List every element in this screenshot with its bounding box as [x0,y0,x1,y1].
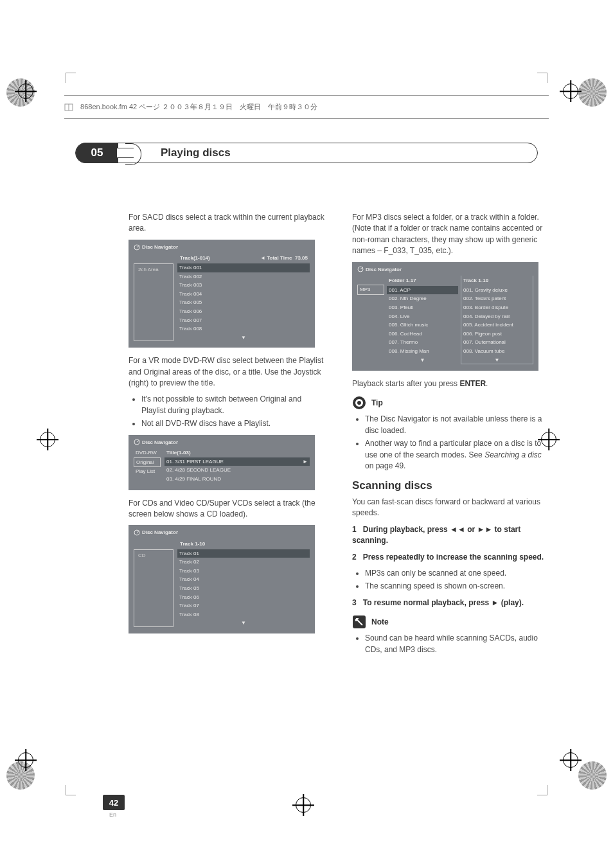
nav-track-col: Track 1-10 001. Gravity deluxe 002. Tesl… [461,276,533,364]
bullet-list: The Disc Navigator is not available unle… [352,414,549,472]
step: 2 Press repeatedly to increase the scann… [352,552,549,563]
chapter-title: Playing discs [161,146,231,159]
chapter-connector [117,148,134,158]
corner-crop [537,73,547,83]
nav-item: 004. Delayed by rain [461,312,533,321]
nav-item: 005. Accident incident [461,321,533,330]
nav-side-item: DVD-RW [134,448,161,457]
chapter-header: 05 Playing discs [75,143,538,163]
tip-heading: Tip [352,396,549,410]
nav-header: Title(1-03) [164,448,310,457]
nav-item: Track 06 [177,593,310,602]
nav-track-list: Track 01 Track 02 Track 03 Track 04 Trac… [177,549,310,627]
nav-item: 008. Missing Man [387,347,458,356]
nav-title: Disc Navigator [134,529,310,536]
nav-icon [134,244,140,251]
registration-mark [296,797,328,829]
nav-icon [134,529,140,536]
corner-crop [537,785,547,795]
halftone-circle [578,78,607,107]
registration-mark [563,752,595,784]
nav-title: Disc Navigator [357,266,533,274]
disc-navigator-mp3: Disc Navigator MP3 Folder 1-17 001. ACP … [352,262,538,371]
page-language: En [109,811,116,818]
left-column: For SACD discs select a track within the… [129,212,325,660]
nav-item: 002. Nth Degree [387,294,458,303]
nav-item: Track 003 [177,281,310,290]
nav-item: Track 008 [177,324,310,333]
tip-icon [352,396,366,410]
nav-folder-col: Folder 1-17 001. ACP 002. Nth Degree 003… [387,276,458,364]
page-number: 42 [103,795,125,810]
nav-item: Track 002 [177,272,310,281]
list-item: Not all DVD-RW discs have a Playlist. [141,418,325,429]
nav-icon [134,439,140,445]
list-item: The scanning speed is shown on-screen. [365,581,549,592]
paragraph: Playback starts after you press ENTER. [352,378,549,389]
list-item: Sound can be heard while scanning SACDs,… [365,633,549,655]
arrow-down-icon: ▼ [387,356,458,364]
disc-navigator-sacd: Disc Navigator Track(1-014) ◄ Total Time… [129,240,315,348]
arrow-right-icon: ► [303,458,308,466]
note-icon [352,615,366,629]
nav-header: Track 1-10 [134,539,310,549]
nav-item: Track 004 [177,290,310,299]
nav-item: 002. Tesla's patent [461,294,533,303]
nav-title-list: Title(1-03) 01. 3/31 FIRST LEAGUE► 02. 4… [164,448,310,483]
paragraph: For MP3 discs select a folder, or a trac… [352,212,549,257]
nav-item: Track 01 [177,549,310,558]
halftone-circle [6,761,35,790]
registration-mark [40,432,72,464]
nav-item: Track 005 [177,298,310,307]
nav-area: 2ch Area [134,263,173,341]
registration-mark [18,84,50,116]
nav-item: 004. Live [387,312,458,321]
nav-item: Track 04 [177,575,310,584]
nav-item: 006. CodHead [387,330,458,339]
nav-item: Track 006 [177,307,310,316]
arrow-down-icon: ▼ [177,619,310,627]
nav-item: Track 03 [177,567,310,576]
bullet-list: MP3s can only be scanned at one speed. T… [352,568,549,592]
nav-icon [357,266,364,272]
halftone-circle [578,761,607,790]
arrow-down-icon: ▼ [461,356,533,364]
nav-item: 005. Glitch music [387,321,458,330]
nav-item: 003. Border dispute [461,303,533,312]
nav-title: Disc Navigator [134,244,310,251]
nav-item: Track 007 [177,316,310,325]
list-item: MP3s can only be scanned at one speed. [365,568,549,579]
nav-item: Track 07 [177,601,310,610]
book-icon [64,103,73,112]
bullet-list: Sound can be heard while scanning SACDs,… [352,633,549,655]
corner-crop [66,73,76,83]
nav-item: 02. 4/28 SECOND LEAGUE [164,466,310,475]
nav-side-item: Play List [134,467,161,476]
nav-side-col: DVD-RW Original Play List [134,448,161,483]
nav-title: Disc Navigator [134,439,310,447]
section-heading: Scanning discs [352,478,549,494]
nav-col-header: Track 1-10 [461,276,533,286]
nav-area: CD [134,549,173,627]
disc-navigator-dvdrw: Disc Navigator DVD-RW Original Play List… [129,435,315,490]
nav-side-col: MP3 [357,276,384,364]
bullet-list: It's not possible to switch between Orig… [129,394,325,429]
note-heading: Note [352,615,549,629]
list-item: It's not possible to switch between Orig… [141,394,325,416]
right-column: For MP3 discs select a folder, or a trac… [352,212,549,660]
registration-mark [563,84,595,116]
paragraph: You can fast-scan discs forward or backw… [352,497,549,519]
list-item: Another way to find a particular place o… [365,438,549,472]
nav-header: Track(1-014) ◄ Total Time 73.05 [134,253,310,263]
header-bar: 868en.book.fm 42 ページ ２００３年８月１９日 火曜日 午前９時… [64,95,549,119]
nav-item: 007. Outernational [461,338,533,347]
corner-crop [66,785,76,795]
nav-item: 008. Vacuum tube [461,347,533,356]
list-item: The Disc Navigator is not available unle… [365,414,549,436]
nav-item: Track 05 [177,584,310,593]
paragraph: For SACD discs select a track within the… [129,212,325,235]
nav-item: 03. 4/29 FINAL ROUND [164,475,310,484]
nav-track-list: Track 001 Track 002 Track 003 Track 004 … [177,263,310,341]
arrow-down-icon: ▼ [177,333,310,342]
nav-col-header: Folder 1-17 [387,276,458,286]
